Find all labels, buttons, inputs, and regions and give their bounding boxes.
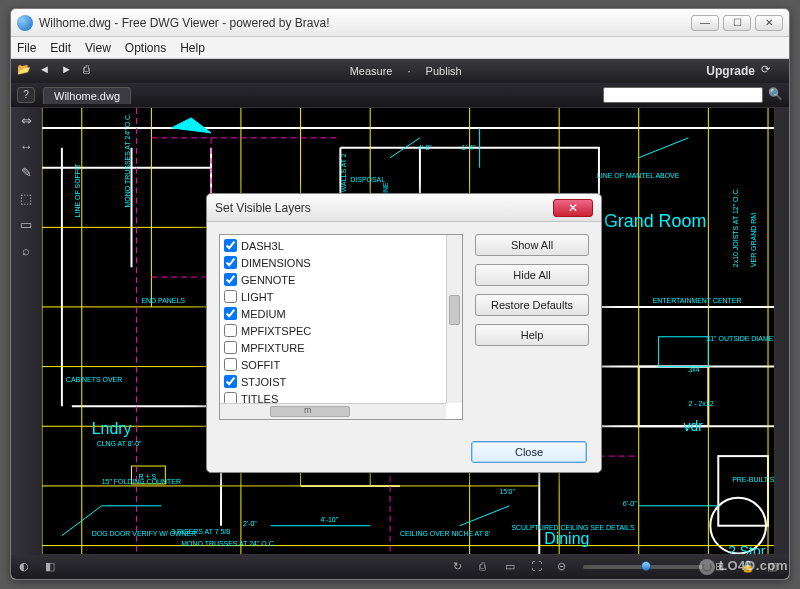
layer-checkbox[interactable] bbox=[224, 273, 237, 286]
layer-label: MPFIXTSPEC bbox=[241, 325, 311, 337]
search-input[interactable] bbox=[603, 87, 763, 103]
page-icon[interactable]: ⎙ bbox=[479, 560, 493, 574]
fit-page-icon[interactable]: ⛶ bbox=[531, 560, 545, 574]
svg-text:LINE OF MANTEL ABOVE: LINE OF MANTEL ABOVE bbox=[597, 172, 680, 179]
publish-menu[interactable]: Publish bbox=[426, 65, 462, 77]
search-icon[interactable]: 🔍 bbox=[767, 87, 783, 103]
tabbar: ? Wilhome.dwg 🔍 bbox=[11, 83, 789, 107]
help-button[interactable]: ? bbox=[17, 87, 35, 103]
layers-listbox[interactable]: DASH3LDIMENSIONSGENNOTELIGHTMEDIUMMPFIXT… bbox=[219, 234, 463, 420]
dialog-close-icon[interactable]: ✕ bbox=[553, 199, 593, 217]
close-button[interactable]: ✕ bbox=[755, 15, 783, 31]
layer-row[interactable]: TITLES bbox=[224, 390, 442, 403]
svg-text:LINE OF SOFFIT: LINE OF SOFFIT bbox=[74, 163, 81, 217]
layer-checkbox[interactable] bbox=[224, 307, 237, 320]
zoom-tool-icon[interactable]: ⌕ bbox=[17, 243, 35, 259]
fit-width-icon[interactable]: ▭ bbox=[505, 560, 519, 574]
layer-checkbox[interactable] bbox=[224, 392, 237, 403]
layer-checkbox[interactable] bbox=[224, 358, 237, 371]
app-icon bbox=[17, 15, 33, 31]
layer-label: DIMENSIONS bbox=[241, 257, 311, 269]
file-tab[interactable]: Wilhome.dwg bbox=[43, 87, 131, 104]
layer-label: MEDIUM bbox=[241, 308, 286, 320]
svg-text:Dining: Dining bbox=[544, 530, 589, 547]
menu-file[interactable]: File bbox=[17, 41, 36, 55]
svg-text:1'-4": 1'-4" bbox=[462, 144, 476, 151]
zoom-out-icon[interactable]: ⊝ bbox=[557, 560, 571, 574]
layer-label: MPFIXTURE bbox=[241, 342, 305, 354]
layer-checkbox[interactable] bbox=[224, 324, 237, 337]
layer-row[interactable]: MPFIXTURE bbox=[224, 339, 442, 356]
layer-checkbox[interactable] bbox=[224, 239, 237, 252]
svg-text:4'-10": 4'-10" bbox=[320, 516, 338, 523]
layers-vscrollbar[interactable] bbox=[446, 235, 462, 403]
layer-row[interactable]: MPFIXTSPEC bbox=[224, 322, 442, 339]
svg-text:vdr: vdr bbox=[683, 418, 703, 434]
measure-menu[interactable]: Measure bbox=[350, 65, 393, 77]
hide-all-button[interactable]: Hide All bbox=[475, 264, 589, 286]
print-icon[interactable]: ⎙ bbox=[83, 63, 99, 79]
menu-view[interactable]: View bbox=[85, 41, 111, 55]
minimize-button[interactable]: — bbox=[691, 15, 719, 31]
svg-text:PRE-BUILT STAIR - 12 RISERS 8': PRE-BUILT STAIR - 12 RISERS 8'- bbox=[732, 476, 774, 483]
svg-text:VER GRAND RM: VER GRAND RM bbox=[750, 213, 757, 267]
left-toolbox: ⇔ ↔ ✎ ⬚ ▭ ⌕ bbox=[11, 107, 41, 555]
close-button-dialog[interactable]: Close bbox=[471, 441, 587, 463]
layer-row[interactable]: LIGHT bbox=[224, 288, 442, 305]
svg-text:2 - 2x12: 2 - 2x12 bbox=[688, 400, 713, 407]
layer-label: TITLES bbox=[241, 393, 278, 404]
layer-checkbox[interactable] bbox=[224, 290, 237, 303]
help-button[interactable]: Help bbox=[475, 324, 589, 346]
maximize-button[interactable]: ☐ bbox=[723, 15, 751, 31]
right-scrollbar[interactable] bbox=[775, 107, 789, 555]
contrast-icon[interactable]: ◐ bbox=[19, 560, 33, 574]
layer-checkbox[interactable] bbox=[224, 256, 237, 269]
window-title: Wilhome.dwg - Free DWG Viewer - powered … bbox=[39, 16, 330, 30]
rect-tool-icon[interactable]: ▭ bbox=[17, 217, 35, 233]
mono-icon[interactable]: ◧ bbox=[45, 560, 59, 574]
menu-edit[interactable]: Edit bbox=[50, 41, 71, 55]
layer-row[interactable]: GENNOTE bbox=[224, 271, 442, 288]
layers-hscrollbar[interactable]: m bbox=[220, 403, 446, 419]
svg-rect-1 bbox=[718, 456, 768, 526]
open-icon[interactable]: 📂 bbox=[17, 63, 33, 79]
arrow-tool-icon[interactable]: ↔ bbox=[17, 139, 35, 155]
layer-label: SOFFIT bbox=[241, 359, 280, 371]
layer-checkbox[interactable] bbox=[224, 341, 237, 354]
watermark: LO4D.com bbox=[699, 558, 788, 575]
svg-text:2x10 JOISTS AT 12" O.C.: 2x10 JOISTS AT 12" O.C. bbox=[732, 188, 739, 268]
layer-row[interactable]: SOFFIT bbox=[224, 356, 442, 373]
pencil-tool-icon[interactable]: ✎ bbox=[17, 165, 35, 181]
layer-checkbox[interactable] bbox=[224, 375, 237, 388]
upgrade-icon[interactable]: ⟳ bbox=[761, 63, 777, 79]
hscroll-label: m bbox=[304, 405, 312, 415]
svg-text:Lndry: Lndry bbox=[92, 420, 132, 437]
dialog-titlebar[interactable]: Set Visible Layers ✕ bbox=[207, 194, 601, 222]
layer-row[interactable]: DIMENSIONS bbox=[224, 254, 442, 271]
select-tool-icon[interactable]: ⬚ bbox=[17, 191, 35, 207]
menu-help[interactable]: Help bbox=[180, 41, 205, 55]
layer-row[interactable]: DASH3L bbox=[224, 237, 442, 254]
zoom-slider[interactable] bbox=[583, 565, 703, 569]
vscroll-thumb[interactable] bbox=[449, 295, 460, 325]
svg-text:MONO TRUSSES AT 24" O.C.: MONO TRUSSES AT 24" O.C. bbox=[181, 540, 275, 547]
menubar: File Edit View Options Help bbox=[11, 37, 789, 59]
svg-text:DISPOSAL: DISPOSAL bbox=[350, 176, 385, 183]
upgrade-link[interactable]: Upgrade bbox=[706, 64, 755, 78]
show-all-button[interactable]: Show All bbox=[475, 234, 589, 256]
layer-row[interactable]: STJOIST bbox=[224, 373, 442, 390]
titlebar[interactable]: Wilhome.dwg - Free DWG Viewer - powered … bbox=[11, 9, 789, 37]
svg-text:31" OUTSIDE DIAMETER: 31" OUTSIDE DIAMETER bbox=[706, 335, 774, 342]
restore-defaults-button[interactable]: Restore Defaults bbox=[475, 294, 589, 316]
layer-row[interactable]: MEDIUM bbox=[224, 305, 442, 322]
pan-tool-icon[interactable]: ⇔ bbox=[17, 113, 35, 129]
svg-text:MONO TRUSSES AT 24" O.C.: MONO TRUSSES AT 24" O.C. bbox=[124, 113, 131, 207]
svg-text:END PANELS: END PANELS bbox=[141, 297, 185, 304]
nav-back-icon[interactable]: ◄ bbox=[39, 63, 55, 79]
svg-text:CABINETS OVER: CABINETS OVER bbox=[66, 376, 122, 383]
zoom-slider-knob[interactable] bbox=[641, 561, 651, 571]
nav-fwd-icon[interactable]: ► bbox=[61, 63, 77, 79]
rotate-icon[interactable]: ↻ bbox=[453, 560, 467, 574]
menu-options[interactable]: Options bbox=[125, 41, 166, 55]
svg-text:Grand Room: Grand Room bbox=[604, 211, 706, 231]
